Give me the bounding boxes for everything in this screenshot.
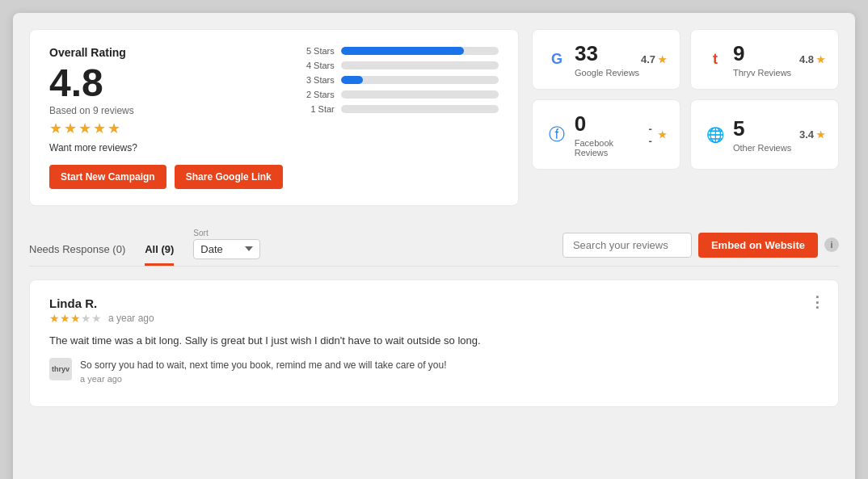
other-platform-left: 🌐 5 Other Reviews	[704, 116, 791, 153]
sort-select[interactable]: Date Rating Platform	[193, 239, 260, 259]
filters-row: Needs Response (0) All (9) Sort Date Rat…	[29, 222, 839, 267]
sort-label: Sort	[193, 229, 260, 237]
info-icon[interactable]: i	[824, 237, 839, 252]
google-star-icon: ★	[658, 54, 667, 65]
other-star-icon: ★	[816, 129, 825, 141]
reviewer-name: Linda R.	[49, 296, 819, 310]
reply-text: So sorry you had to wait, next time you …	[80, 358, 447, 372]
bar-row-1: 1 Star	[299, 104, 499, 114]
bar-label-3: 3 Stars	[299, 75, 335, 85]
thryv-platform-left: t 9 Thryv Reviews	[704, 41, 791, 78]
reply-section: thryv So sorry you had to wait, next tim…	[49, 358, 819, 384]
google-rating: 4.7 ★	[641, 53, 667, 65]
other-rating: 3.4 ★	[799, 128, 825, 141]
review-time: a year ago	[108, 313, 154, 324]
star-2: ★	[60, 312, 70, 325]
filters-and-search: Needs Response (0) All (9) Sort Date Rat…	[29, 222, 839, 267]
bar-label-2: 2 Stars	[299, 90, 335, 99]
bar-row-4: 4 Stars	[299, 61, 499, 70]
thryv-count: 9	[733, 41, 791, 66]
other-count: 5	[733, 116, 791, 141]
thryv-name: Thryv Reviews	[733, 68, 791, 78]
reply-avatar: thryv	[49, 358, 72, 380]
google-platform-left: G 33 Google Reviews	[546, 41, 639, 78]
google-count: 33	[575, 41, 639, 66]
google-name: Google Reviews	[575, 68, 639, 78]
review-card: ⋮ Linda R. ★★★★★ a year ago The wait tim…	[29, 279, 839, 408]
review-menu-button[interactable]: ⋮	[810, 293, 825, 311]
facebook-star-icon: ★	[658, 129, 667, 141]
other-platform-card: 🌐 5 Other Reviews 3.4 ★	[690, 99, 839, 170]
share-google-link-button[interactable]: Share Google Link	[175, 165, 283, 189]
bar-track-1	[341, 105, 499, 113]
bar-track-2	[341, 90, 499, 99]
search-input[interactable]	[563, 233, 692, 258]
facebook-name: Facebook Reviews	[575, 138, 649, 158]
thryv-rating: 4.8 ★	[799, 53, 825, 65]
top-section: Overall Rating 4.8 Based on 9 reviews ★★…	[29, 29, 839, 206]
review-stars: ★★★★★	[49, 312, 102, 325]
overall-rating-card: Overall Rating 4.8 Based on 9 reviews ★★…	[29, 29, 519, 206]
thryv-platform-card: t 9 Thryv Reviews 4.8 ★	[690, 29, 839, 90]
overall-rating-title: Overall Rating	[49, 46, 283, 59]
bar-row-2: 2 Stars	[299, 90, 499, 99]
globe-icon: 🌐	[704, 126, 727, 144]
platform-cards: G 33 Google Reviews 4.7 ★ t	[532, 29, 839, 206]
rating-number: 4.8	[49, 62, 283, 105]
stars-display: ★★★★★	[49, 120, 283, 137]
bar-fill-3	[341, 76, 363, 84]
thryv-star-icon: ★	[816, 54, 825, 65]
bar-fill-5	[341, 47, 464, 55]
facebook-count: 0	[575, 111, 649, 137]
facebook-rating: -- ★	[649, 123, 667, 147]
bar-track-5	[341, 47, 499, 55]
bar-track-4	[341, 61, 499, 69]
based-on-text: Based on 9 reviews	[49, 105, 283, 116]
star-5: ★	[91, 312, 102, 325]
google-platform-card: G 33 Google Reviews 4.7 ★	[532, 29, 680, 90]
bar-row-3: 3 Stars	[299, 75, 499, 85]
search-embed-row: Embed on Website i	[563, 233, 839, 266]
sort-section: Sort Date Rating Platform	[193, 229, 260, 266]
star-1: ★	[49, 312, 60, 325]
needs-response-tab[interactable]: Needs Response (0)	[29, 243, 125, 266]
platform-row-bottom: ⓕ 0 Facebook Reviews -- ★ 🌐	[532, 99, 839, 170]
facebook-icon: ⓕ	[546, 124, 568, 145]
bar-label-1: 1 Star	[299, 104, 335, 114]
reply-time: a year ago	[80, 374, 447, 384]
star-4: ★	[81, 312, 91, 325]
thryv-icon: t	[704, 51, 727, 68]
platform-row-top: G 33 Google Reviews 4.7 ★ t	[532, 29, 839, 90]
rating-bars: 5 Stars 4 Stars 3 Stars	[299, 46, 499, 114]
review-text: The wait time was a bit long. Sally is g…	[49, 333, 819, 349]
bar-label-5: 5 Stars	[299, 46, 335, 56]
bar-label-4: 4 Stars	[299, 61, 335, 70]
review-meta: ★★★★★ a year ago	[49, 312, 819, 325]
facebook-platform-left: ⓕ 0 Facebook Reviews	[546, 111, 649, 158]
all-tab[interactable]: All (9)	[145, 243, 174, 266]
google-icon: G	[546, 51, 568, 68]
want-more-text: Want more reviews?	[49, 142, 283, 153]
reviews-section: ⋮ Linda R. ★★★★★ a year ago The wait tim…	[29, 279, 839, 408]
embed-website-button[interactable]: Embed on Website	[698, 233, 818, 258]
start-campaign-button[interactable]: Start New Campaign	[49, 165, 166, 189]
star-3: ★	[70, 312, 81, 325]
bar-row-5: 5 Stars	[299, 46, 499, 56]
facebook-platform-card: ⓕ 0 Facebook Reviews -- ★	[532, 99, 680, 170]
bar-track-3	[341, 76, 499, 84]
other-name: Other Reviews	[733, 143, 791, 153]
action-buttons: Start New Campaign Share Google Link	[49, 165, 283, 189]
main-container: Overall Rating 4.8 Based on 9 reviews ★★…	[13, 13, 855, 479]
